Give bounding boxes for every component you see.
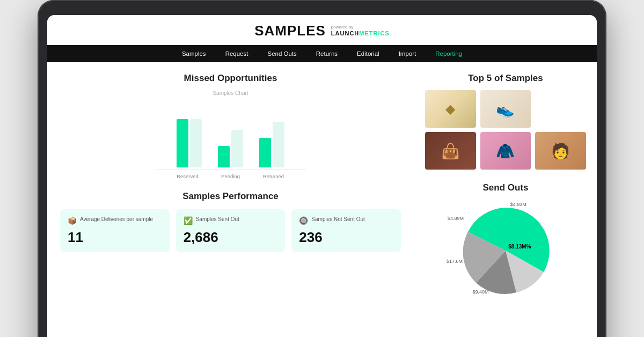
chart-area	[156, 100, 306, 170]
bar-returned-green	[259, 138, 271, 167]
bar-group-pending	[218, 130, 243, 167]
top5-grid	[425, 90, 586, 170]
header: SAMPLES powered by LAUNCHMETRICS	[47, 15, 597, 45]
metric-card-notsent: 🔘 Samples Not Sent Out 236	[291, 209, 401, 252]
metric-header-sent: ✅ Samples Sent Out	[184, 216, 278, 225]
top5-img-bag	[425, 132, 476, 170]
delivery-icon: 📦	[68, 216, 77, 225]
samples-performance: Samples Performance 📦 Average Deliveries…	[60, 191, 401, 252]
nav-editorial[interactable]: Editorial	[347, 45, 389, 62]
sendouts-section: Send Outs	[425, 182, 586, 302]
pie-label-940: $9.40M	[472, 289, 488, 295]
app-title: SAMPLES	[254, 23, 326, 39]
bar-wrapper-pending	[218, 130, 243, 167]
pie-chart-container: $4.93M $4.89M $17.6M $9.40M $8.13M%	[447, 200, 565, 302]
notsent-value: 236	[299, 229, 393, 246]
sent-value: 2,686	[184, 229, 278, 246]
metric-header-notsent: 🔘 Samples Not Sent Out	[299, 216, 393, 225]
bar-pending-green	[218, 146, 230, 167]
bar-wrapper-returned	[259, 122, 284, 167]
tablet-frame: SAMPLES powered by LAUNCHMETRICS Samples…	[38, 0, 606, 337]
top5-img-person	[535, 132, 586, 170]
top5-img-earring	[425, 90, 476, 128]
sent-label: Samples Sent Out	[196, 216, 239, 223]
tablet-screen: SAMPLES powered by LAUNCHMETRICS Samples…	[47, 15, 597, 337]
brand-metrics: METRICS	[359, 30, 390, 36]
x-label-pending: Pending	[217, 173, 244, 179]
bar-pending-bg	[231, 130, 243, 167]
bar-group-returned	[259, 122, 284, 167]
metric-header-deliveries: 📦 Average Deliveries per sample	[68, 216, 162, 225]
powered-by-text: powered by	[331, 25, 390, 30]
metric-card-deliveries: 📦 Average Deliveries per sample 11	[60, 209, 170, 252]
sent-icon: ✅	[184, 216, 193, 225]
right-panel: Top 5 of Samples Send Outs	[414, 62, 597, 337]
bar-reserved-green	[177, 119, 188, 167]
pie-center-label: $8.13M%	[508, 244, 531, 250]
brand-launch: LAUNCH	[331, 30, 359, 36]
nav-returns[interactable]: Returns	[306, 45, 347, 62]
pie-chart-svg	[447, 200, 565, 302]
top5-img-coat	[480, 132, 531, 170]
metrics-row: 📦 Average Deliveries per sample 11 ✅ Sam…	[60, 209, 401, 252]
nav-request[interactable]: Request	[216, 45, 258, 62]
bar-returned-bg	[273, 122, 284, 167]
left-panel: Missed Opportunities Samples Chart	[47, 62, 414, 337]
top5-empty-slot	[535, 90, 586, 128]
top5-title: Top 5 of Samples	[425, 73, 586, 84]
top5-img-shoes	[480, 90, 531, 128]
delivery-value: 11	[68, 229, 162, 246]
bar-wrapper-reserved	[177, 119, 202, 167]
pie-label-176: $17.6M	[447, 259, 463, 264]
x-label-reserved: Reserved	[174, 173, 201, 179]
notsent-label: Samples Not Sent Out	[311, 216, 365, 223]
bar-chart: Samples Chart	[156, 90, 306, 179]
navigation: Samples Request Send Outs Returns Editor…	[47, 45, 597, 62]
metric-card-sent: ✅ Samples Sent Out 2,686	[176, 209, 286, 252]
powered-by-block: powered by LAUNCHMETRICS	[331, 25, 390, 37]
perf-title: Samples Performance	[60, 191, 401, 202]
nav-import[interactable]: Import	[389, 45, 426, 62]
pie-label-493: $4.93M	[510, 202, 526, 207]
missed-opportunities-title: Missed Opportunities	[60, 73, 401, 84]
chart-label: Samples Chart	[156, 90, 306, 96]
brand-name: LAUNCHMETRICS	[331, 30, 390, 37]
pie-label-489: $4.89M	[448, 216, 464, 221]
nav-samples[interactable]: Samples	[172, 45, 216, 62]
delivery-label: Average Deliveries per sample	[80, 216, 153, 223]
notsent-icon: 🔘	[299, 216, 308, 225]
main-content: Missed Opportunities Samples Chart	[47, 62, 597, 337]
chart-x-labels: Reserved Pending Returned	[156, 173, 306, 179]
nav-reporting[interactable]: Reporting	[426, 45, 472, 62]
nav-sendouts[interactable]: Send Outs	[258, 45, 306, 62]
x-label-returned: Returned	[260, 173, 287, 179]
bar-reserved-bg	[190, 119, 202, 167]
bar-group-reserved	[177, 119, 202, 167]
sendouts-title: Send Outs	[425, 182, 586, 193]
